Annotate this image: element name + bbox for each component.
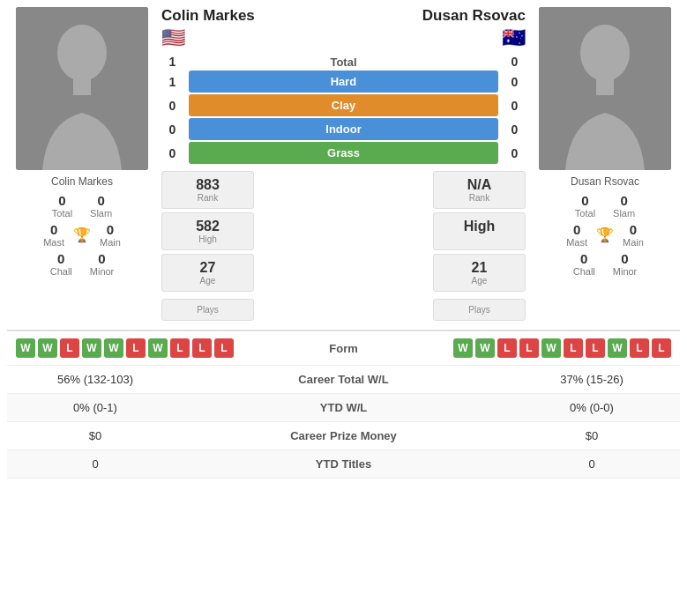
left-total-label: Total bbox=[52, 208, 72, 219]
right-high-value: High bbox=[441, 219, 518, 234]
right-flag: 🇦🇺 bbox=[422, 26, 526, 49]
left-high-value: 582 bbox=[169, 219, 246, 234]
right-high-box: High bbox=[433, 212, 526, 250]
right-player-section: Dusan Rsovac 0 Total 0 Slam 0 Mast 🏆 bbox=[530, 7, 680, 277]
left-form-badge: W bbox=[104, 338, 123, 358]
right-form-badge: L bbox=[630, 338, 649, 358]
left-rank-value: 883 bbox=[169, 177, 246, 193]
left-flag: 🇺🇸 bbox=[161, 26, 255, 49]
stat-right-val: 0% (0-0) bbox=[521, 401, 662, 414]
right-rank-value: N/A bbox=[441, 177, 518, 193]
form-label: Form bbox=[234, 342, 453, 355]
right-main-stat: 0 Main bbox=[623, 222, 644, 248]
left-high-label: High bbox=[169, 234, 246, 244]
left-mast-label: Mast bbox=[43, 237, 64, 248]
right-mast-stat: 0 Mast bbox=[566, 222, 587, 248]
right-total-value: 0 bbox=[581, 193, 588, 208]
right-form-badge: L bbox=[564, 338, 583, 358]
left-form-badge: W bbox=[82, 338, 101, 358]
right-info-boxes: N/A Rank High 21 Age Plays bbox=[433, 171, 526, 321]
right-form-badge: L bbox=[497, 338, 517, 358]
left-main-value: 0 bbox=[107, 222, 114, 237]
left-player-section: Colin Markes 0 Total 0 Slam 0 Mast 🏆 bbox=[7, 7, 157, 277]
right-form-badge: W bbox=[608, 338, 627, 358]
stats-table: 56% (132-103) Career Total W/L 37% (15-2… bbox=[7, 366, 680, 479]
stats-row: 56% (132-103) Career Total W/L 37% (15-2… bbox=[7, 366, 680, 394]
right-age-label: Age bbox=[441, 276, 518, 286]
indoor-left-score: 0 bbox=[161, 122, 183, 137]
hard-right-score: 0 bbox=[504, 75, 526, 89]
right-rank-label: Rank bbox=[441, 193, 518, 203]
bottom-section: WWLWWLWLLL Form WWLLWLLWLL 56% (132-103)… bbox=[7, 330, 680, 479]
left-age-box: 27 Age bbox=[161, 254, 254, 292]
total-right-score: 0 bbox=[504, 55, 526, 69]
left-mast-stat: 0 Mast bbox=[43, 222, 64, 248]
top-row: Colin Markes 0 Total 0 Slam 0 Mast 🏆 bbox=[7, 7, 680, 321]
left-high-box: 582 High bbox=[161, 212, 254, 250]
stat-label: Career Total W/L bbox=[166, 373, 521, 386]
left-player-name-label: Colin Markes bbox=[51, 175, 113, 188]
right-rank-box: N/A Rank bbox=[433, 171, 526, 209]
indoor-surface-btn: Indoor bbox=[189, 118, 498, 140]
stat-left-val: $0 bbox=[25, 429, 166, 442]
stat-left-val: 0% (0-1) bbox=[25, 401, 166, 414]
surface-row-hard: 1 Hard 0 bbox=[161, 71, 526, 93]
left-slam-stat: 0 Slam bbox=[90, 193, 112, 219]
right-slam-stat: 0 Slam bbox=[613, 193, 635, 219]
right-player-name-label: Dusan Rsovac bbox=[571, 175, 639, 188]
main-container: Colin Markes 0 Total 0 Slam 0 Mast 🏆 bbox=[0, 0, 687, 486]
middle-section: Colin Markes 🇺🇸 Dusan Rsovac 🇦🇺 1 Total … bbox=[161, 7, 526, 321]
left-minor-value: 0 bbox=[98, 251, 105, 266]
left-chall-value: 0 bbox=[57, 251, 64, 266]
surface-row-total: 1 Total 0 bbox=[161, 55, 526, 69]
left-player-name-top: Colin Markes 🇺🇸 bbox=[161, 7, 255, 49]
right-mast-label: Mast bbox=[566, 237, 587, 248]
right-plays-label: Plays bbox=[441, 305, 518, 315]
left-trophy-icon: 🏆 bbox=[73, 226, 91, 243]
right-form-badge: L bbox=[586, 338, 605, 358]
right-form-badge: L bbox=[519, 338, 539, 358]
right-form-badge: W bbox=[541, 338, 561, 358]
left-form-badge: W bbox=[16, 338, 35, 358]
stat-left-val: 0 bbox=[25, 457, 166, 471]
left-info-boxes: 883 Rank 582 High 27 Age Plays bbox=[161, 171, 254, 321]
surface-row-clay: 0 Clay 0 bbox=[161, 94, 526, 116]
total-label: Total bbox=[183, 56, 504, 69]
form-row: WWLWWLWLLL Form WWLLWLLWLL bbox=[7, 331, 680, 366]
stat-right-val: $0 bbox=[521, 429, 662, 442]
clay-right-score: 0 bbox=[504, 99, 526, 113]
right-main-value: 0 bbox=[630, 222, 637, 237]
stats-row: $0 Career Prize Money $0 bbox=[7, 422, 680, 450]
right-chall-label: Chall bbox=[573, 266, 595, 277]
left-main-stat: 0 Main bbox=[100, 222, 121, 248]
left-form-badge: L bbox=[60, 338, 79, 358]
stat-right-val: 0 bbox=[521, 457, 662, 471]
right-age-box: 21 Age bbox=[433, 254, 526, 292]
left-minor-stat: 0 Minor bbox=[90, 251, 115, 277]
left-total-stat: 0 Total bbox=[52, 193, 72, 219]
stat-label: YTD W/L bbox=[166, 401, 521, 414]
right-chall-stat: 0 Chall bbox=[573, 251, 595, 277]
grass-surface-btn: Grass bbox=[189, 142, 498, 164]
right-player-name-top: Dusan Rsovac 🇦🇺 bbox=[422, 7, 526, 49]
left-form-badge: L bbox=[170, 338, 190, 358]
stat-label: Career Prize Money bbox=[166, 429, 521, 442]
left-age-value: 27 bbox=[169, 260, 246, 276]
right-chall-value: 0 bbox=[580, 251, 587, 266]
left-plays-label: Plays bbox=[169, 305, 246, 315]
middle-spacer bbox=[259, 171, 428, 321]
total-left-score: 1 bbox=[161, 55, 183, 69]
stat-label: YTD Titles bbox=[166, 457, 521, 471]
left-age-label: Age bbox=[169, 276, 246, 286]
left-player-avatar bbox=[16, 7, 148, 170]
right-form-badges: WWLLWLLWLL bbox=[453, 338, 671, 358]
right-form-badge: W bbox=[453, 338, 473, 358]
left-minor-label: Minor bbox=[90, 266, 115, 277]
left-form-badge: L bbox=[126, 338, 146, 358]
right-minor-stat: 0 Minor bbox=[613, 251, 638, 277]
left-slam-value: 0 bbox=[97, 193, 104, 208]
right-total-label: Total bbox=[575, 208, 595, 219]
stat-left-val: 56% (132-103) bbox=[25, 373, 166, 386]
left-rank-label: Rank bbox=[169, 193, 246, 203]
stats-row: 0 YTD Titles 0 bbox=[7, 450, 680, 479]
